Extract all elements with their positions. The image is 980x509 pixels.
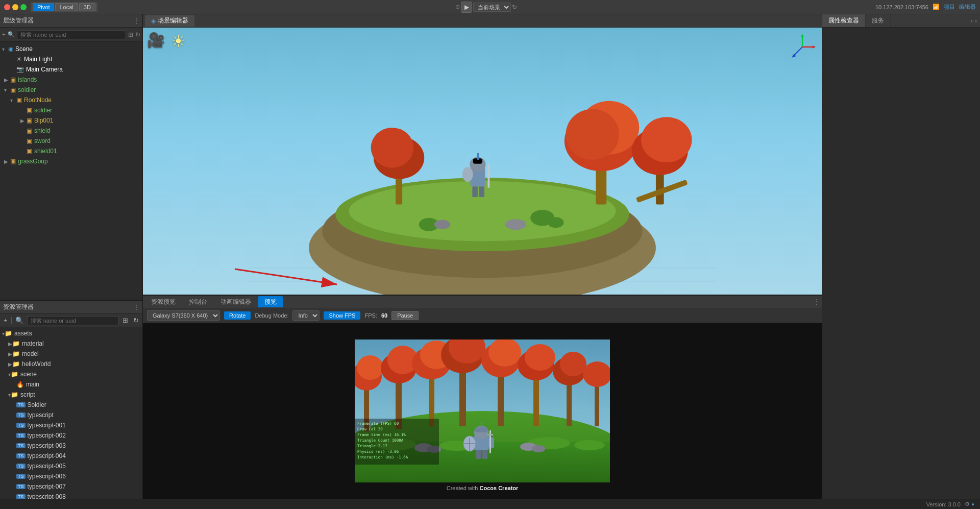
folder-icon-script: 📁 bbox=[11, 391, 18, 398]
right-panel-next-icon[interactable]: › bbox=[975, 17, 977, 25]
svg-text:Framerate (FPS)    60: Framerate (FPS) 60 bbox=[357, 421, 399, 426]
tab-property-inspector[interactable]: 属性检查器 bbox=[822, 14, 866, 27]
scene-tab-label: 场景编辑器 bbox=[158, 16, 188, 25]
asset-item-script[interactable]: ▾ 📁 script bbox=[0, 390, 142, 400]
created-with-footer: Created with Cocos Creator bbox=[355, 484, 610, 492]
play-button[interactable]: ▶ bbox=[461, 2, 472, 13]
top-bar: Pivot Local 3D ⊙ ▶ 当前场景 ↻ 10.127.202.103… bbox=[0, 0, 980, 14]
expand-assets-button[interactable]: ⊞ bbox=[121, 317, 130, 324]
show-fps-button[interactable]: Show FPS bbox=[324, 311, 360, 320]
local-button[interactable]: Local bbox=[55, 3, 78, 11]
settings-icon[interactable]: ⚙ bbox=[965, 501, 970, 507]
maximize-btn[interactable] bbox=[20, 4, 27, 10]
tree-item-shield01[interactable]: ▣ shield01 bbox=[0, 146, 142, 156]
svg-text:Interaction (ms)   -1.6A: Interaction (ms) -1.6A bbox=[357, 455, 408, 459]
asset-item-main[interactable]: 🔥 main bbox=[0, 379, 142, 390]
asset-item-ts-002[interactable]: TS typescript-002 bbox=[0, 430, 142, 441]
tree-item-grassgoup[interactable]: ▶ ▣ grassGoup bbox=[0, 156, 142, 166]
game-canvas-container: Framerate (FPS) 60 Draw Cal 30 Frame tim… bbox=[355, 340, 610, 482]
tree-item-main-light[interactable]: ☀ Main Light bbox=[0, 54, 142, 64]
assets-menu-icon[interactable]: ⋮ bbox=[133, 304, 139, 311]
model-label: model bbox=[22, 350, 39, 357]
tree-item-main-camera[interactable]: 📷 Main Camera bbox=[0, 64, 142, 75]
hierarchy-search-input[interactable] bbox=[17, 30, 126, 39]
asset-item-ts-008[interactable]: TS typescript-008 bbox=[0, 492, 142, 499]
refresh-hierarchy-icon[interactable]: ↻ bbox=[135, 31, 140, 38]
islands-arrow: ▶ bbox=[4, 77, 10, 83]
assets-title: 资源管理器 bbox=[3, 303, 133, 311]
asset-item-typescript[interactable]: TS typescript bbox=[0, 410, 142, 420]
expand-icon[interactable]: ⊞ bbox=[128, 31, 133, 38]
left-panel: 层级管理器 ⋮ + 🔍 ⊞ ↻ ▾ ◉ Scene bbox=[0, 14, 143, 499]
folder-icon-helloworld: 📁 bbox=[12, 360, 20, 368]
minimize-btn[interactable] bbox=[12, 4, 18, 10]
tree-item-scene[interactable]: ▾ ◉ Scene bbox=[0, 44, 142, 54]
bottom-panel-menu-icon[interactable]: ⋮ bbox=[814, 298, 820, 305]
ts-001-label: typescript-001 bbox=[28, 422, 66, 429]
asset-item-ts-001[interactable]: TS typescript-001 bbox=[0, 420, 142, 430]
pivot-local-group: Pivot Local 3D bbox=[31, 2, 97, 12]
folder-icon-sword: ▣ bbox=[27, 137, 32, 144]
scene-icon: ◉ bbox=[8, 45, 13, 53]
debug-select[interactable]: Info bbox=[292, 310, 320, 321]
tab-console[interactable]: 控制台 bbox=[183, 296, 213, 307]
asset-item-ts-005[interactable]: TS typescript-005 bbox=[0, 461, 142, 471]
asset-item-material[interactable]: ▶ 📁 material bbox=[0, 338, 142, 349]
device-select[interactable]: Galaxy S7(360 X 640) bbox=[147, 310, 220, 321]
svg-point-16 bbox=[566, 109, 619, 160]
asset-item-scene[interactable]: ▾ 📁 scene bbox=[0, 369, 142, 379]
asset-item-helloworld[interactable]: ▶ 📁 helloWorld bbox=[0, 359, 142, 369]
svg-point-69 bbox=[574, 440, 605, 450]
assets-search-input[interactable] bbox=[27, 316, 119, 325]
status-dot bbox=[972, 503, 974, 505]
tree-item-rootnode[interactable]: ▾ ▣ RootNode bbox=[0, 95, 142, 105]
ts-006-label: typescript-006 bbox=[28, 473, 66, 480]
tree-item-islands[interactable]: ▶ ▣ islands bbox=[0, 75, 142, 85]
tree-item-shield[interactable]: ▣ shield bbox=[0, 126, 142, 136]
asset-item-soldier-ts[interactable]: TS Soldier bbox=[0, 400, 142, 410]
scene-viewport[interactable]: 🎥 ☀ bbox=[143, 28, 822, 295]
tab-preview[interactable]: 预览 bbox=[258, 296, 283, 307]
asset-item-model[interactable]: ▶ 📁 model bbox=[0, 349, 142, 359]
model-arrow: ▶ bbox=[8, 351, 12, 357]
refresh-assets-button[interactable]: ↻ bbox=[132, 317, 140, 324]
tree-item-bip001[interactable]: ▶ ▣ Bip001 bbox=[0, 115, 142, 126]
asset-item-ts-003[interactable]: TS typescript-003 bbox=[0, 441, 142, 451]
refresh-icon[interactable]: ↻ bbox=[512, 4, 517, 11]
hierarchy-menu-icon[interactable]: ⋮ bbox=[133, 17, 139, 25]
hierarchy-header: 层级管理器 ⋮ bbox=[0, 14, 142, 28]
shield-label: shield bbox=[34, 127, 50, 134]
sword-label: sword bbox=[34, 137, 51, 144]
scene-editor-tab[interactable]: ◈ 场景编辑器 bbox=[145, 15, 194, 27]
3d-button[interactable]: 3D bbox=[79, 3, 95, 11]
svg-point-19 bbox=[641, 117, 692, 162]
tab-service[interactable]: 服务 bbox=[866, 14, 891, 27]
game-canvas: Framerate (FPS) 60 Draw Cal 30 Frame tim… bbox=[355, 340, 610, 482]
tree-item-soldier[interactable]: ▾ ▣ soldier bbox=[0, 85, 142, 95]
svg-rect-27 bbox=[477, 153, 479, 160]
tree-item-soldier-child[interactable]: ▣ soldier bbox=[0, 105, 142, 115]
close-btn[interactable] bbox=[4, 4, 10, 10]
svg-point-35 bbox=[505, 219, 526, 230]
tab-animation-editor[interactable]: 动画编辑器 bbox=[214, 296, 257, 307]
hierarchy-search-icon: 🔍 bbox=[8, 31, 15, 38]
assets-panel: 资源管理器 ⋮ + 🔍 ⊞ ↻ ▾ 📁 assets bbox=[0, 300, 143, 499]
search-asset-button[interactable]: 🔍 bbox=[14, 317, 25, 324]
asset-item-ts-006[interactable]: TS typescript-006 bbox=[0, 471, 142, 481]
pivot-button[interactable]: Pivot bbox=[33, 3, 54, 11]
tree-item-sword[interactable]: ▣ sword bbox=[0, 136, 142, 146]
add-asset-button[interactable]: + bbox=[2, 317, 9, 324]
hierarchy-panel: 层级管理器 ⋮ + 🔍 ⊞ ↻ ▾ ◉ Scene bbox=[0, 14, 143, 300]
tab-asset-preview[interactable]: 资源预览 bbox=[145, 296, 182, 307]
pause-button[interactable]: Pause bbox=[391, 311, 419, 320]
right-panel-prev-icon[interactable]: ‹ bbox=[971, 17, 973, 25]
script-folder-label: script bbox=[20, 391, 35, 398]
folder-icon-islands: ▣ bbox=[10, 76, 16, 83]
scene-select[interactable]: 当前场景 bbox=[473, 3, 511, 12]
rotate-button[interactable]: Rotate bbox=[224, 311, 251, 320]
asset-item-ts-007[interactable]: TS typescript-007 bbox=[0, 481, 142, 492]
asset-preview-tab-label: 资源预览 bbox=[151, 298, 176, 306]
asset-item-assets[interactable]: ▾ 📁 assets bbox=[0, 328, 142, 338]
helloworld-arrow: ▶ bbox=[8, 361, 12, 367]
asset-item-ts-004[interactable]: TS typescript-004 bbox=[0, 451, 142, 461]
